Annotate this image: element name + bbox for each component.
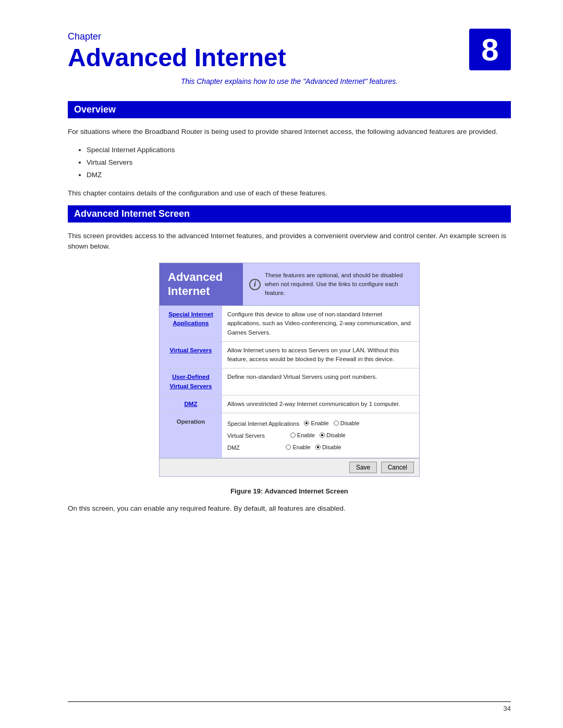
special-enable-radio[interactable] [304,421,309,426]
vs-disable-radio[interactable] [320,433,325,438]
dmz-enable-radio[interactable] [286,445,291,450]
bullet-item-3: DMZ [87,169,511,181]
table-row-special: Special Internet Applications Configure … [160,306,419,342]
figure-caption: Figure 19: Advanced Internet Screen [68,487,511,495]
advanced-internet-intro: This screen provides access to the advan… [68,231,511,253]
vs-enable-radio[interactable] [290,433,296,438]
operation-controls: Special Internet Applications Enable Dis… [222,413,419,458]
screen-header: Advanced Internet i These features are o… [160,263,419,305]
cancel-button[interactable]: Cancel [381,462,414,473]
table-row-dmz: DMZ Allows unrestricted 2-way Internet c… [160,395,419,413]
screen-table: Special Internet Applications Configure … [160,305,419,458]
chapter-title: Advanced Internet [68,44,511,72]
chapter-number: 8 [481,32,498,68]
chapter-subtitle: This Chapter explains how to use the "Ad… [68,77,511,85]
op-virtual-servers: Virtual Servers Enable Disable [227,429,414,441]
user-defined-link[interactable]: User-Defined Virtual Servers [160,368,222,396]
screen-notice-cell: i These features are optional, and shoul… [243,263,419,305]
special-internet-desc: Configure this device to allow use of no… [222,306,419,342]
vs-disable-group: Disable [320,429,346,441]
screen-notice-text: These features are optional, and should … [265,271,413,298]
after-figure-text: On this screen, you can enable any requi… [68,503,511,514]
dmz-disable-radio[interactable] [315,445,321,450]
screen-title: Advanced Internet [160,263,243,305]
special-disable-radio[interactable] [334,421,339,426]
screen-mockup: Advanced Internet i These features are o… [159,263,420,477]
save-button[interactable]: Save [349,462,377,473]
page-number: 34 [504,705,511,712]
table-row-virtual-servers: Virtual Servers Allow Internet users to … [160,341,419,368]
special-enable-group: Enable [304,417,328,429]
overview-section-header: Overview [68,101,511,118]
operation-label: Operation [160,413,222,458]
op-special-internet: Special Internet Applications Enable Dis… [227,417,414,429]
dmz-link[interactable]: DMZ [160,395,222,413]
dmz-desc: Allows unrestricted 2-way Internet commu… [222,395,419,413]
virtual-servers-desc: Allow Internet users to access Servers o… [222,341,419,368]
info-icon: i [249,279,261,290]
operation-cell: Special Internet Applications Enable Dis… [227,417,414,453]
overview-intro: For situations where the Broadband Route… [68,127,511,138]
screen-footer: Save Cancel [160,458,419,476]
vs-enable-group: Enable [290,429,315,441]
overview-footer: This chapter contains details of the con… [68,188,511,199]
table-row-operation: Operation Special Internet Applications … [160,413,419,458]
special-disable-group: Disable [334,417,360,429]
op-dmz: DMZ Enable Disable [227,441,414,453]
chapter-label: Chapter [68,31,511,42]
user-defined-desc: Define non-standard Virtual Servers usin… [222,368,419,396]
overview-bullet-list: Special Internet Applications Virtual Se… [87,144,511,182]
dmz-disable-group: Disable [315,441,341,453]
chapter-number-box: 8 [469,29,511,70]
dmz-enable-group: Enable [286,441,310,453]
table-row-user-defined: User-Defined Virtual Servers Define non-… [160,368,419,396]
bullet-item-2: Virtual Servers [87,156,511,169]
virtual-servers-link[interactable]: Virtual Servers [160,341,222,368]
advanced-internet-section-header: Advanced Internet Screen [68,205,511,223]
bottom-rule [68,701,511,702]
special-internet-link[interactable]: Special Internet Applications [160,306,222,342]
bullet-item-1: Special Internet Applications [87,144,511,156]
